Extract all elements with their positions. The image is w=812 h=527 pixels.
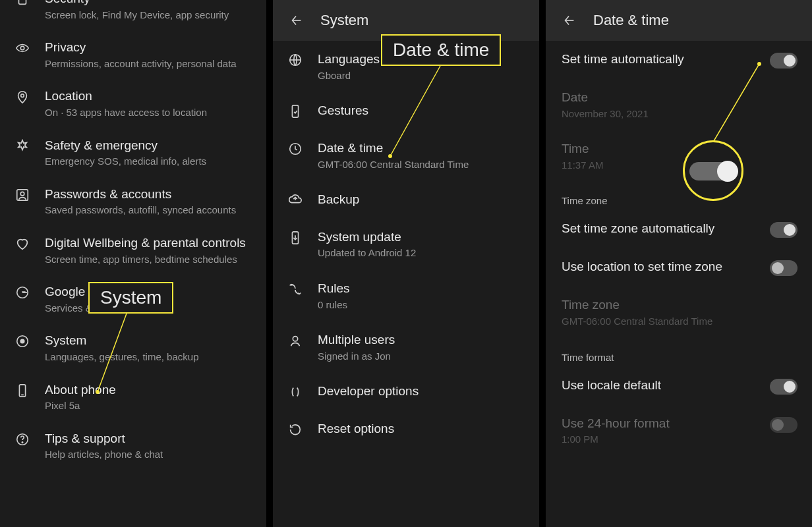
item-sub: On · 53 apps have access to location — [45, 106, 257, 119]
item-title: Tips & support — [45, 431, 257, 447]
item-title: Backup — [318, 192, 530, 208]
item-title: Privacy — [45, 40, 257, 56]
row-set-tz-auto[interactable]: Set time zone automatically — [546, 210, 812, 248]
callout-toggle-visual — [689, 162, 737, 180]
item-title: Rules — [318, 281, 530, 297]
system-item-reset[interactable]: Reset options — [273, 410, 539, 448]
item-sub: Help articles, phone & chat — [45, 448, 257, 461]
row-use-location-tz[interactable]: Use location to set time zone — [546, 248, 812, 287]
svg-rect-13 — [292, 105, 298, 117]
system-item-datetime[interactable]: Date & time GMT-06:00 Central Standard T… — [273, 130, 539, 181]
item-sub: Permissions, account activity, personal … — [45, 57, 257, 70]
item-title: Reset options — [318, 421, 530, 437]
settings-item-safety[interactable]: Safety & emergency Emergency SOS, medica… — [0, 128, 266, 177]
settings-item-system[interactable]: System Languages, gestures, time, backup — [0, 323, 266, 372]
item-title: Developer options — [318, 383, 530, 400]
row-value: 11:37 AM — [562, 159, 803, 172]
settings-main-panel: Security Screen lock, Find My Device, ap… — [0, 0, 266, 527]
row-label: Use location to set time zone — [562, 259, 770, 275]
system-item-backup[interactable]: Backup — [273, 181, 539, 219]
row-label: Time — [562, 141, 803, 157]
item-sub: Screen time, app timers, bedtime schedul… — [45, 253, 257, 266]
system-panel: System Languages & input Gboard Gestures — [273, 0, 539, 527]
rules-icon — [282, 281, 308, 296]
item-sub: Signed in as Jon — [318, 350, 530, 363]
users-icon — [282, 332, 308, 348]
settings-item-security[interactable]: Security Screen lock, Find My Device, ap… — [0, 0, 266, 30]
toggle-use-location-tz[interactable] — [770, 260, 798, 276]
gestures-icon — [282, 103, 308, 119]
update-icon — [282, 229, 308, 245]
svg-point-2 — [21, 94, 24, 97]
section-timezone: Time zone — [546, 182, 812, 210]
about-phone-icon — [9, 382, 36, 398]
privacy-icon — [9, 40, 36, 55]
item-sub: Updated to Android 12 — [318, 246, 530, 260]
settings-item-about[interactable]: About phone Pixel 5a — [0, 373, 266, 422]
globe-icon — [282, 51, 308, 67]
wellbeing-icon — [9, 235, 36, 251]
system-item-rules[interactable]: Rules 0 rules — [273, 270, 539, 321]
page-title: Date & time — [593, 12, 669, 29]
svg-point-11 — [22, 442, 22, 443]
row-set-time-auto[interactable]: Set time automatically — [546, 41, 812, 79]
item-sub: Languages, gestures, time, backup — [45, 350, 257, 364]
toggle-set-time-auto[interactable] — [770, 53, 798, 69]
settings-item-privacy[interactable]: Privacy Permissions, account activity, p… — [0, 30, 266, 79]
item-sub: Saved passwords, autofill, synced accoun… — [45, 204, 257, 217]
row-24hour: Use 24-hour format 1:00 PM — [546, 405, 812, 457]
section-timeformat: Time format — [546, 339, 812, 367]
backup-icon — [282, 192, 308, 208]
callout-datetime: Date & time — [381, 34, 501, 66]
system-item-developer[interactable]: Developer options — [273, 373, 539, 410]
item-sub: GMT-06:00 Central Standard Time — [318, 158, 530, 171]
row-label: Use locale default — [562, 377, 770, 394]
item-title: Safety & emergency — [45, 138, 257, 154]
toggle-24hour — [770, 417, 798, 433]
accounts-icon — [9, 186, 36, 202]
row-locale-default[interactable]: Use locale default — [546, 367, 812, 405]
item-title: About phone — [45, 382, 257, 399]
item-title: Gestures — [318, 103, 530, 119]
toggle-locale-default[interactable] — [770, 379, 798, 395]
svg-point-7 — [20, 340, 24, 344]
emergency-icon — [9, 138, 36, 153]
item-sub: Emergency SOS, medical info, alerts — [45, 155, 257, 168]
row-value: 1:00 PM — [562, 433, 770, 446]
item-title: Digital Wellbeing & parental controls — [45, 235, 257, 252]
svg-point-4 — [20, 192, 24, 196]
svg-point-1 — [20, 46, 24, 50]
row-label: Use 24-hour format — [562, 416, 770, 432]
system-icon — [9, 333, 36, 348]
google-icon — [9, 284, 36, 300]
security-icon — [9, 0, 36, 7]
item-sub: Pixel 5a — [45, 399, 257, 412]
row-label: Set time zone automatically — [562, 221, 770, 237]
svg-rect-0 — [19, 0, 26, 4]
row-label: Time zone — [562, 297, 803, 314]
system-item-users[interactable]: Multiple users Signed in as Jon — [273, 321, 539, 373]
datetime-header: Date & time — [546, 0, 812, 41]
item-title: Location — [45, 88, 257, 105]
clock-icon — [282, 140, 308, 156]
settings-item-passwords[interactable]: Passwords & accounts Saved passwords, au… — [0, 177, 266, 226]
back-button[interactable] — [556, 7, 583, 34]
item-title: Passwords & accounts — [45, 186, 257, 203]
settings-item-tips[interactable]: Tips & support Help articles, phone & ch… — [0, 422, 266, 470]
back-button[interactable] — [283, 7, 310, 34]
row-label: Date — [562, 90, 803, 106]
settings-item-wellbeing[interactable]: Digital Wellbeing & parental controls Sc… — [0, 226, 266, 275]
svg-rect-3 — [17, 190, 28, 201]
page-title: System — [320, 12, 368, 29]
row-label: Set time automatically — [562, 51, 770, 68]
settings-item-location[interactable]: Location On · 53 apps have access to loc… — [0, 79, 266, 128]
help-icon — [9, 431, 36, 447]
row-date: Date November 30, 2021 — [546, 79, 812, 130]
system-item-gestures[interactable]: Gestures — [273, 92, 539, 130]
system-item-update[interactable]: System update Updated to Android 12 — [273, 219, 539, 270]
item-title: Security — [45, 0, 257, 7]
toggle-set-tz-auto[interactable] — [770, 222, 798, 238]
datetime-panel: Date & time Set time automatically Date … — [546, 0, 812, 527]
row-value: November 30, 2021 — [562, 107, 803, 121]
callout-system: System — [88, 282, 173, 314]
